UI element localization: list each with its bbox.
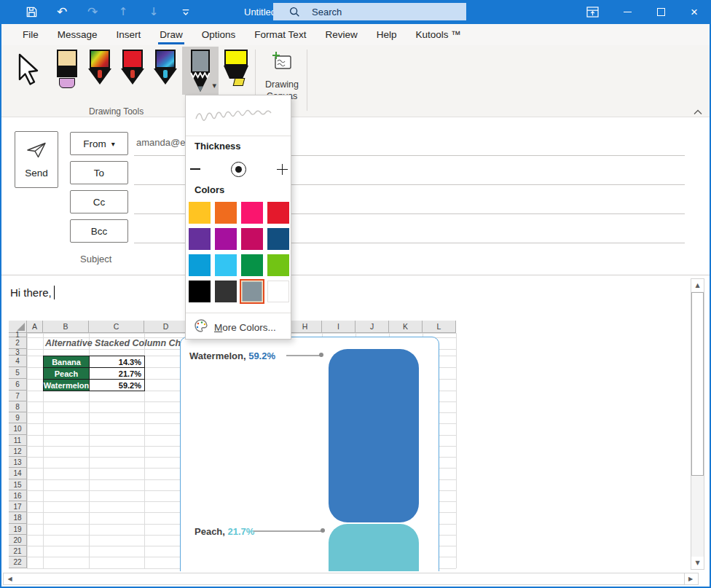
eraser-tool[interactable] bbox=[54, 47, 80, 95]
column-header-b: B bbox=[43, 321, 89, 333]
customize-quick-access-icon[interactable] bbox=[176, 0, 195, 24]
row-header-14: 14 bbox=[9, 468, 27, 479]
scroll-left-arrow[interactable]: ◀ bbox=[4, 573, 16, 584]
subject-label[interactable]: Subject bbox=[80, 254, 111, 264]
select-tool-icon bbox=[15, 47, 41, 89]
search-input[interactable]: Search bbox=[273, 3, 466, 20]
tab-draw[interactable]: Draw bbox=[150, 24, 192, 45]
yellow-highlighter-tool[interactable] bbox=[222, 47, 250, 95]
row-header-13: 13 bbox=[9, 457, 27, 468]
maximize-button[interactable] bbox=[648, 0, 673, 24]
move-down-icon[interactable]: ↓ bbox=[144, 0, 163, 24]
minimize-button[interactable] bbox=[615, 0, 640, 24]
color-swatch-fa156e[interactable] bbox=[241, 202, 263, 224]
ribbon-draw-tab-content: ▾ Drawing Canvas Drawing Tools t bbox=[1, 45, 710, 117]
send-button[interactable]: Send bbox=[15, 131, 58, 188]
embedded-stacked-column-chart: Watermelon, 59.2% Peach, 21.7% bbox=[180, 337, 439, 571]
cc-button[interactable]: Cc bbox=[70, 190, 128, 213]
column-header-a: A bbox=[27, 321, 43, 333]
red-pen-tool[interactable] bbox=[119, 47, 146, 95]
tab-help[interactable]: Help bbox=[367, 24, 406, 45]
watermelon-connector-dot bbox=[319, 353, 323, 357]
scroll-down-arrow[interactable]: ▼ bbox=[691, 557, 704, 569]
color-swatch-069247[interactable] bbox=[241, 254, 263, 276]
column-header-j: J bbox=[356, 321, 389, 333]
select-tool[interactable] bbox=[10, 47, 45, 95]
pencil-dropdown-chevron-icon[interactable]: ▾ bbox=[212, 81, 216, 90]
tab-review[interactable]: Review bbox=[315, 24, 366, 45]
menu-divider bbox=[186, 136, 291, 136]
color-swatch-grid bbox=[189, 202, 289, 302]
table-value-peach: 21.7% bbox=[89, 367, 145, 380]
color-swatch-c60c62[interactable] bbox=[241, 228, 263, 250]
color-swatch-33c5f3[interactable] bbox=[215, 254, 237, 276]
title-bar: ↶ ↷ ↑ ↓ Untitled - Message (HTML) Search… bbox=[0, 0, 711, 24]
move-up-icon[interactable]: ↑ bbox=[114, 0, 133, 24]
row-header-5: 5 bbox=[9, 367, 27, 379]
tab-format-text[interactable]: Format Text bbox=[245, 24, 315, 45]
table-value-watermelon: 59.2% bbox=[89, 379, 145, 391]
thickness-increase[interactable] bbox=[277, 164, 288, 175]
red-pen-icon bbox=[121, 47, 144, 79]
color-swatch-84949c[interactable] bbox=[241, 281, 263, 302]
palette-icon bbox=[193, 318, 209, 336]
gridline bbox=[456, 333, 457, 568]
color-swatch-0b9ed9[interactable] bbox=[189, 254, 211, 276]
peach-bar bbox=[329, 524, 419, 571]
tab-insert[interactable]: Insert bbox=[107, 24, 151, 45]
row-header-12: 12 bbox=[9, 446, 27, 457]
menu-divider bbox=[186, 313, 291, 313]
row-header-17: 17 bbox=[9, 501, 27, 512]
chevron-down-icon: ▾ bbox=[111, 140, 115, 148]
gridline bbox=[27, 333, 28, 568]
compose-header: Send From▾ amanda@ex To Cc Bcc Subject bbox=[1, 117, 710, 275]
vertical-scrollbar[interactable]: ▲ ▼ bbox=[691, 278, 704, 570]
save-icon[interactable] bbox=[22, 0, 41, 24]
row-header-8: 8 bbox=[9, 401, 27, 412]
color-swatch-ffc422[interactable] bbox=[189, 202, 211, 224]
color-swatch-ffffff[interactable] bbox=[267, 281, 289, 302]
color-swatch-f06c1e[interactable] bbox=[215, 202, 237, 224]
watermelon-connector bbox=[286, 355, 321, 356]
rainbow-pen-tool[interactable] bbox=[87, 47, 113, 95]
scroll-right-arrow[interactable]: ▶ bbox=[684, 573, 696, 584]
thickness-option-selected[interactable] bbox=[231, 162, 246, 177]
row-header-16: 16 bbox=[9, 490, 27, 501]
thickness-decrease[interactable] bbox=[190, 168, 200, 170]
tab-file[interactable]: File bbox=[13, 24, 48, 45]
tab-kutools[interactable]: Kutools ™ bbox=[406, 24, 470, 45]
color-swatch-72c414[interactable] bbox=[267, 254, 289, 276]
more-colors-menu-item[interactable]: More Colors... bbox=[193, 318, 286, 336]
color-swatch-000000[interactable] bbox=[189, 281, 211, 302]
peach-callout: Peach, 21.7% bbox=[195, 526, 254, 537]
color-swatch-66309c[interactable] bbox=[189, 228, 211, 250]
vertical-scroll-thumb[interactable] bbox=[691, 292, 704, 476]
thickness-dot bbox=[235, 166, 242, 173]
search-icon bbox=[289, 7, 300, 17]
from-button[interactable]: From▾ bbox=[70, 132, 128, 155]
close-button[interactable]: × bbox=[682, 0, 707, 24]
redo-icon[interactable]: ↷ bbox=[83, 0, 102, 24]
to-button[interactable]: To bbox=[70, 161, 128, 184]
table-cell-watermelon: Watermelon bbox=[43, 379, 90, 391]
more-colors-label: More Colors... bbox=[214, 322, 276, 333]
outlook-message-window: ↶ ↷ ↑ ↓ Untitled - Message (HTML) Search… bbox=[0, 0, 711, 588]
watermelon-bar bbox=[329, 349, 419, 522]
scroll-up-arrow[interactable]: ▲ bbox=[691, 279, 704, 291]
tab-options[interactable]: Options bbox=[192, 24, 245, 45]
message-body-editor[interactable]: Hi there, Alternative Stacked Column Cha… bbox=[1, 275, 710, 571]
bcc-button[interactable]: Bcc bbox=[70, 219, 128, 243]
color-swatch-a6109e[interactable] bbox=[215, 228, 237, 250]
color-swatch-333333[interactable] bbox=[215, 281, 237, 302]
gray-pencil-tool[interactable]: ▾ bbox=[182, 47, 219, 95]
color-swatch-e4192c[interactable] bbox=[267, 202, 289, 224]
galaxy-pen-tool[interactable] bbox=[152, 47, 178, 95]
tab-message[interactable]: Message bbox=[48, 24, 107, 45]
row-header-3: 3 bbox=[9, 349, 27, 356]
color-swatch-124f80[interactable] bbox=[267, 228, 289, 250]
undo-icon[interactable]: ↶ bbox=[52, 0, 71, 24]
collapse-ribbon-icon[interactable] bbox=[694, 105, 702, 118]
ribbon-display-options-icon[interactable] bbox=[580, 0, 605, 24]
horizontal-scrollbar[interactable]: ◀ ▶ bbox=[3, 573, 699, 585]
thickness-heading: Thickness bbox=[195, 141, 241, 152]
